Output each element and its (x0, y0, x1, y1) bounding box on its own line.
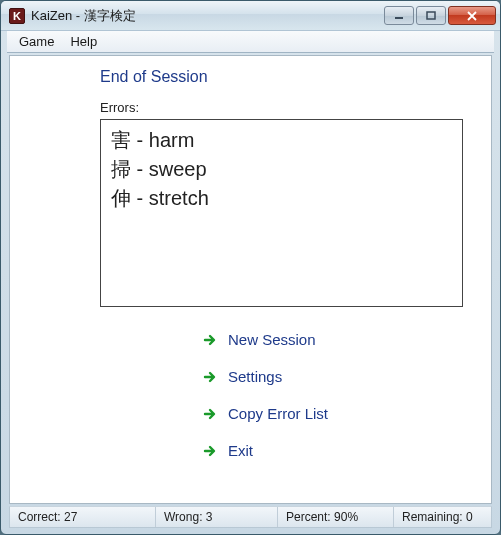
session-heading: End of Session (100, 68, 473, 86)
content-area: End of Session Errors: 害 - harm 掃 - swee… (9, 55, 492, 504)
statusbar: Correct: 27 Wrong: 3 Percent: 90% Remain… (9, 506, 492, 528)
status-remaining-value: 0 (466, 510, 473, 524)
status-correct: Correct: 27 (10, 507, 156, 527)
exit-link[interactable]: Exit (202, 442, 473, 459)
action-label: Copy Error List (228, 405, 328, 422)
status-percent-label: Percent: (286, 510, 331, 524)
status-percent: Percent: 90% (278, 507, 394, 527)
arrow-right-icon (202, 443, 218, 459)
status-percent-value: 90% (334, 510, 358, 524)
error-item: 害 - harm (111, 126, 452, 155)
status-wrong: Wrong: 3 (156, 507, 278, 527)
maximize-button[interactable] (416, 6, 446, 25)
minimize-button[interactable] (384, 6, 414, 25)
settings-link[interactable]: Settings (202, 368, 473, 385)
errors-label: Errors: (100, 100, 473, 115)
status-wrong-value: 3 (206, 510, 213, 524)
svg-rect-1 (427, 12, 435, 19)
titlebar[interactable]: K KaiZen - 漢字検定 (1, 1, 500, 31)
status-wrong-label: Wrong: (164, 510, 202, 524)
action-label: New Session (228, 331, 316, 348)
app-window: K KaiZen - 漢字検定 Game Help End of Session… (0, 0, 501, 535)
status-correct-label: Correct: (18, 510, 61, 524)
svg-rect-0 (395, 17, 403, 19)
errors-list-box: 害 - harm 掃 - sweep 伸 - stretch (100, 119, 463, 307)
close-button[interactable] (448, 6, 496, 25)
actions-list: New Session Settings Copy Error List Exi… (202, 331, 473, 459)
arrow-right-icon (202, 406, 218, 422)
status-correct-value: 27 (64, 510, 77, 524)
window-title: KaiZen - 漢字検定 (31, 7, 384, 25)
app-icon: K (9, 8, 25, 24)
new-session-link[interactable]: New Session (202, 331, 473, 348)
status-remaining: Remaining: 0 (394, 507, 491, 527)
action-label: Exit (228, 442, 253, 459)
arrow-right-icon (202, 369, 218, 385)
window-controls (384, 6, 496, 25)
action-label: Settings (228, 368, 282, 385)
menubar: Game Help (7, 31, 494, 53)
arrow-right-icon (202, 332, 218, 348)
menu-game[interactable]: Game (11, 32, 62, 51)
error-item: 伸 - stretch (111, 184, 452, 213)
status-remaining-label: Remaining: (402, 510, 463, 524)
error-item: 掃 - sweep (111, 155, 452, 184)
menu-help[interactable]: Help (62, 32, 105, 51)
copy-error-list-link[interactable]: Copy Error List (202, 405, 473, 422)
